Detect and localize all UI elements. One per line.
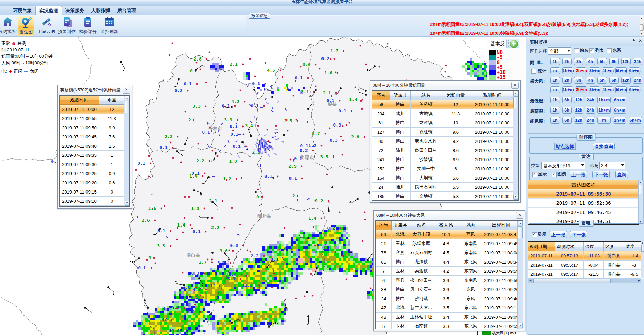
panel-rain5min-titlebar[interactable]: 英桥镇(N5702)逐5分钟累计雨量 ✕ — [58, 85, 132, 95]
tab-1[interactable]: 环境气象 — [10, 6, 35, 14]
checkbox-水系[interactable] — [607, 48, 612, 53]
toolbar-button-3[interactable]: 卫星云图 — [36, 16, 57, 35]
column-header[interactable]: 累积雨量 — [441, 91, 470, 100]
range-button-24h[interactable]: 24h — [586, 117, 595, 124]
lightning-hscrollbar[interactable]: ◀▶ — [528, 278, 641, 283]
table-row[interactable]: 21玉林苏烟水库4.6东南风2019-07-11 09:49 — [376, 239, 520, 248]
range-button-5h[interactable]: 5h — [597, 58, 607, 65]
drag-grip-icon[interactable] — [508, 40, 509, 47]
range-button-1h+m[interactable]: 1h+m — [562, 67, 574, 74]
radar-list-scrollbar[interactable]: ▲▼ — [638, 180, 644, 224]
table-row[interactable]: 2019-07-11 09:100 — [60, 197, 125, 206]
checkbox-显示[interactable] — [532, 232, 537, 237]
range-button-12h[interactable]: 12h — [574, 117, 583, 124]
scroll-down-icon[interactable]: ▼ — [518, 323, 523, 328]
table-row[interactable]: 2019-07-11 10:0012 — [60, 105, 125, 114]
radar-type-select[interactable]: 基本反射率19 — [541, 162, 585, 169]
alert-scrollbar[interactable]: ▲ ▼ — [640, 17, 644, 36]
radar-button-2[interactable]: 下一张 — [592, 171, 610, 178]
table-row[interactable]: 241博白沙陂镇6.92019-07-11 10:00 — [372, 155, 515, 164]
table-row[interactable]: 2019-07-11 09:150 — [60, 187, 125, 197]
scroll-thumb[interactable] — [533, 279, 611, 283]
table-row[interactable]: 24陆川良田石垌村5.52019-07-11 10:00 — [372, 183, 515, 192]
table-row[interactable]: 5玉林石南镇3.3东北风2019-07-11 09:59 — [376, 322, 520, 330]
scroll-thumb[interactable] — [518, 226, 523, 238]
table-row[interactable]: 48玉林玉林站旧址3.4东北风2019-07-11 09:09 — [376, 313, 520, 322]
scroll-up-icon[interactable]: ▲ — [641, 242, 644, 244]
range-button-12h[interactable]: 12h — [574, 97, 583, 103]
toolbar-button-6[interactable]: 监控刷新 — [99, 16, 120, 35]
scroll-up-icon[interactable]: ▲ — [518, 221, 523, 226]
range-button-4h[interactable]: 4h — [586, 58, 595, 65]
column-header[interactable]: 观测时次 — [555, 242, 584, 251]
toolbar-button-5[interactable]: 检验评分 — [78, 16, 98, 35]
tab-4[interactable]: 人影指挥 — [88, 6, 114, 14]
range-button-3h+m[interactable]: 3h+m — [589, 67, 600, 74]
sidebar-close-icon[interactable]: ✕ — [638, 38, 643, 43]
tab-2[interactable]: 实况监测 — [35, 6, 62, 15]
column-header[interactable]: 强度 — [584, 242, 604, 251]
panel-cum-rain-close-icon[interactable]: ✕ — [511, 82, 519, 89]
range-button-6h[interactable]: 6h — [562, 107, 572, 114]
max-wind-scrollbar[interactable]: ▲ ▼ — [517, 221, 523, 329]
range-button-6h+m[interactable]: 6h+m — [629, 86, 640, 93]
checkbox-统计[interactable] — [531, 69, 536, 74]
range-button-4h[interactable]: 4h — [586, 77, 595, 84]
cum-rain-table[interactable]: 序号所属县站名累积雨量观测时间58博白英桥镇122019-07-11 10:00… — [372, 91, 515, 201]
checkbox-图例[interactable] — [552, 172, 557, 177]
range-button-24h[interactable]: 24h — [633, 77, 642, 84]
range-button-1h[interactable]: 1h — [550, 107, 560, 114]
lightning-next-button[interactable]: 下一张 — [570, 231, 587, 238]
range-button-6h[interactable]: 6h — [562, 117, 572, 124]
range-button-24h[interactable]: 24h — [586, 97, 595, 103]
max-wind-table[interactable]: 序号所属县站名极大风风向出现时间59北流大容山顶10.1西风2019-07-11… — [376, 221, 520, 329]
column-header[interactable]: 雨量 — [99, 96, 125, 105]
range-button-2h[interactable]: 2h — [562, 58, 572, 65]
alert-scroll-down-icon[interactable]: ▼ — [640, 33, 643, 35]
district-select[interactable]: 全部 — [548, 47, 571, 55]
table-row[interactable]: 204陆川古城镇11.32019-07-11 10:00 — [372, 109, 515, 118]
radar-list-header[interactable]: 雷达图名称 — [528, 180, 639, 189]
range-button-6h+m[interactable]: 6h+m — [629, 117, 642, 124]
range-button-24h[interactable]: 24h — [633, 58, 642, 65]
range-button-4h+m[interactable]: 4h+m — [602, 67, 613, 74]
column-header[interactable]: 观测时间 — [470, 91, 515, 100]
lightning-vscrollbar[interactable]: ▲ — [641, 241, 644, 278]
map-zoom-tool[interactable] — [506, 39, 519, 48]
table-row[interactable]: 76容县石头石剑村4.5东南风2019-07-11 08:08 — [376, 248, 520, 257]
lightning-prev-button[interactable]: 上一张 — [550, 231, 567, 238]
station-select-button[interactable]: 站点选择 — [554, 143, 576, 150]
range-button-2h+m[interactable]: 2h+m — [576, 86, 587, 93]
toolbar-button-2[interactable]: 雷达图 — [18, 16, 34, 36]
sidebar-titlebar[interactable]: 实时监控 ✕ — [527, 37, 644, 46]
range-button-m[interactable]: m — [550, 67, 560, 74]
pin-icon[interactable] — [632, 38, 637, 43]
range-button-24h[interactable]: 24h — [586, 107, 595, 114]
scroll-down-icon[interactable]: ▼ — [513, 195, 518, 200]
checkbox-站名[interactable] — [574, 48, 579, 53]
range-button-3h[interactable]: 3h — [574, 77, 583, 84]
range-button-6h+m[interactable]: 6h+m — [613, 97, 626, 103]
scroll-up-icon[interactable]: ▲ — [125, 96, 129, 101]
column-header[interactable]: 观测时间 — [60, 96, 99, 105]
range-button-3h+m[interactable]: 3h+m — [589, 86, 600, 93]
table-row[interactable]: 59北流大容山顶10.1西风2019-07-11 08:47 — [376, 230, 520, 239]
lightning-row[interactable]: 2019-07-1109:57:13-11.03博白县-1.4 — [528, 251, 644, 261]
scroll-left-icon[interactable]: ◀ — [528, 279, 532, 283]
range-button-4h+m[interactable]: 4h+m — [602, 86, 613, 93]
table-row[interactable]: 127博白双旺镇9.62019-07-11 10:00 — [372, 128, 515, 137]
column-header[interactable]: 所属县 — [392, 221, 409, 230]
table-row[interactable]: 2019-07-11 09:401.5 — [60, 141, 125, 151]
scroll-thumb[interactable] — [513, 96, 518, 108]
range-button-5h+m[interactable]: 5h+m — [615, 67, 627, 74]
range-button-12h[interactable]: 12h — [574, 107, 583, 114]
range-button-6h+m[interactable]: 6h+m — [629, 67, 640, 74]
radar-elev-select[interactable]: 2.4 — [599, 162, 625, 169]
scroll-thumb[interactable] — [639, 185, 643, 194]
column-header[interactable]: 风向 — [458, 221, 483, 230]
range-button-1h+m[interactable]: 1h+m — [613, 117, 626, 124]
alert-scroll-thumb[interactable] — [640, 24, 644, 31]
column-header[interactable]: 序号 — [372, 91, 390, 100]
scroll-down-icon[interactable]: ▼ — [125, 201, 129, 206]
toolbar-button-1[interactable]: 实时监控 — [0, 16, 18, 35]
